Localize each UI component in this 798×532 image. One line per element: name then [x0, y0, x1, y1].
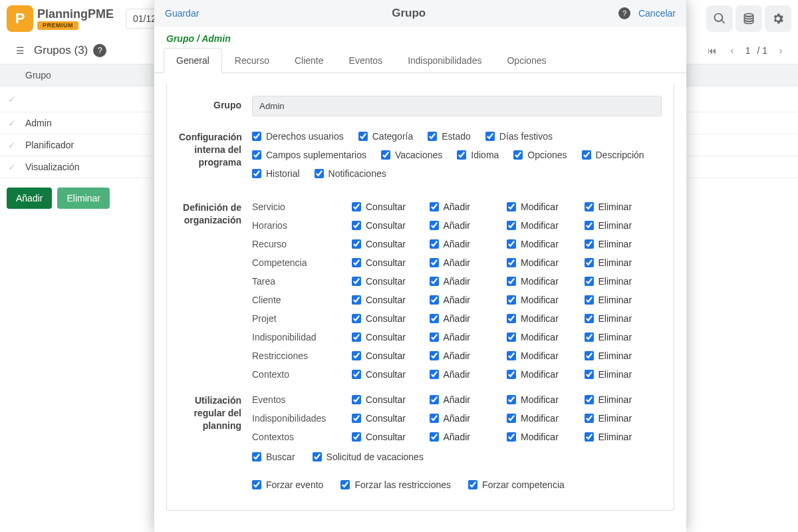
config-check[interactable]: Opciones — [513, 150, 567, 160]
crud-cell[interactable]: Consultar — [352, 220, 430, 231]
checkbox[interactable] — [352, 351, 361, 360]
checkbox[interactable] — [507, 202, 516, 211]
pager-next-icon[interactable]: › — [771, 41, 790, 60]
checkbox[interactable] — [585, 221, 594, 230]
checkbox[interactable] — [507, 351, 516, 360]
crud-cell[interactable]: Modificar — [507, 276, 585, 287]
crud-cell[interactable]: Modificar — [507, 239, 585, 249]
checkbox[interactable] — [430, 395, 439, 404]
checkbox[interactable] — [315, 169, 324, 178]
database-icon[interactable] — [735, 5, 762, 32]
checkbox[interactable] — [585, 332, 594, 342]
checkbox[interactable] — [585, 239, 594, 249]
tab-general[interactable]: General — [164, 48, 222, 73]
crud-cell[interactable]: Añadir — [430, 350, 507, 361]
checkbox[interactable] — [585, 295, 594, 305]
add-button[interactable]: Añadir — [7, 188, 52, 209]
extra-check[interactable]: Forzar evento — [252, 479, 323, 490]
crud-cell[interactable]: Añadir — [430, 239, 507, 249]
checkbox[interactable] — [352, 295, 361, 305]
checkbox[interactable] — [352, 370, 361, 379]
pager-first-icon[interactable]: ⏮ — [703, 41, 722, 60]
checkbox[interactable] — [585, 314, 594, 323]
crud-cell[interactable]: Eliminar — [585, 313, 662, 324]
crud-cell[interactable]: Modificar — [507, 201, 585, 212]
menu-icon[interactable]: ☰ — [16, 45, 25, 56]
checkbox[interactable] — [313, 452, 322, 462]
checkbox[interactable] — [507, 277, 516, 286]
crud-cell[interactable]: Modificar — [507, 313, 585, 324]
checkbox[interactable] — [582, 150, 591, 160]
checkbox[interactable] — [507, 239, 516, 249]
crud-cell[interactable]: Consultar — [352, 201, 430, 212]
checkbox[interactable] — [252, 169, 261, 178]
tab-cliente[interactable]: Cliente — [282, 48, 336, 72]
crud-cell[interactable]: Añadir — [430, 369, 507, 380]
config-check[interactable]: Idioma — [457, 150, 499, 160]
checkbox[interactable] — [513, 150, 523, 160]
crud-cell[interactable]: Añadir — [430, 276, 507, 287]
checkbox[interactable] — [252, 150, 261, 160]
extra-check[interactable]: Forzar las restricciones — [340, 479, 451, 490]
checkbox[interactable] — [468, 480, 477, 489]
checkbox[interactable] — [430, 414, 439, 423]
checkbox[interactable] — [430, 332, 439, 342]
extra-check[interactable]: Forzar competencia — [468, 479, 565, 490]
checkbox[interactable] — [340, 480, 350, 489]
config-check[interactable]: Derechos usuarios — [252, 131, 344, 142]
checkbox[interactable] — [352, 277, 361, 286]
crud-cell[interactable]: Consultar — [352, 394, 430, 405]
checkbox[interactable] — [430, 221, 439, 230]
checkbox[interactable] — [352, 202, 361, 211]
crud-cell[interactable]: Añadir — [430, 394, 507, 405]
crud-cell[interactable]: Consultar — [352, 295, 430, 305]
tab-opciones[interactable]: Opciones — [494, 48, 559, 72]
cancel-link[interactable]: Cancelar — [638, 8, 676, 19]
crud-cell[interactable]: Eliminar — [585, 201, 662, 212]
checkbox[interactable] — [485, 132, 495, 141]
pager-prev-icon[interactable]: ‹ — [723, 41, 741, 60]
checkbox[interactable] — [381, 150, 390, 160]
checkbox[interactable] — [585, 277, 594, 286]
config-check[interactable]: Categoría — [358, 131, 413, 142]
tab-eventos[interactable]: Eventos — [336, 48, 396, 72]
config-check[interactable]: Campos suplementarios — [252, 150, 366, 160]
checkbox[interactable] — [430, 351, 439, 360]
checkbox[interactable] — [352, 395, 361, 404]
crud-cell[interactable]: Consultar — [352, 313, 430, 324]
checkbox[interactable] — [507, 221, 516, 230]
checkbox[interactable] — [430, 295, 439, 305]
checkbox[interactable] — [585, 395, 594, 404]
delete-button[interactable]: Eliminar — [57, 188, 110, 209]
checkbox[interactable] — [457, 150, 466, 160]
checkbox[interactable] — [585, 258, 594, 267]
checkbox[interactable] — [430, 370, 439, 379]
crud-cell[interactable]: Eliminar — [585, 369, 662, 380]
crud-cell[interactable]: Eliminar — [585, 295, 662, 305]
checkbox[interactable] — [507, 332, 516, 342]
checkbox[interactable] — [507, 314, 516, 323]
crud-cell[interactable]: Añadir — [430, 413, 507, 424]
tab-recurso[interactable]: Recurso — [222, 48, 282, 72]
extra-check[interactable]: Solicitud de vacaciones — [313, 452, 424, 462]
crud-cell[interactable]: Consultar — [352, 276, 430, 287]
config-check[interactable]: Vacaciones — [381, 150, 442, 160]
tab-indisponibilidades[interactable]: Indisponibilidades — [395, 48, 494, 72]
crud-cell[interactable]: Consultar — [352, 332, 430, 342]
crud-cell[interactable]: Eliminar — [585, 350, 662, 361]
checkbox[interactable] — [352, 258, 361, 267]
checkbox[interactable] — [585, 432, 594, 442]
checkbox[interactable] — [507, 414, 516, 423]
crud-cell[interactable]: Consultar — [352, 350, 430, 361]
checkbox[interactable] — [507, 295, 516, 305]
crud-cell[interactable]: Añadir — [430, 295, 507, 305]
group-input[interactable] — [252, 96, 662, 116]
crud-cell[interactable]: Eliminar — [585, 332, 662, 342]
extra-check[interactable]: Buscar — [252, 452, 295, 462]
checkbox[interactable] — [352, 414, 361, 423]
crud-cell[interactable]: Modificar — [507, 350, 585, 361]
checkbox[interactable] — [585, 414, 594, 423]
help-icon[interactable]: ? — [93, 44, 106, 57]
checkbox[interactable] — [352, 314, 361, 323]
search-icon[interactable] — [706, 5, 733, 32]
